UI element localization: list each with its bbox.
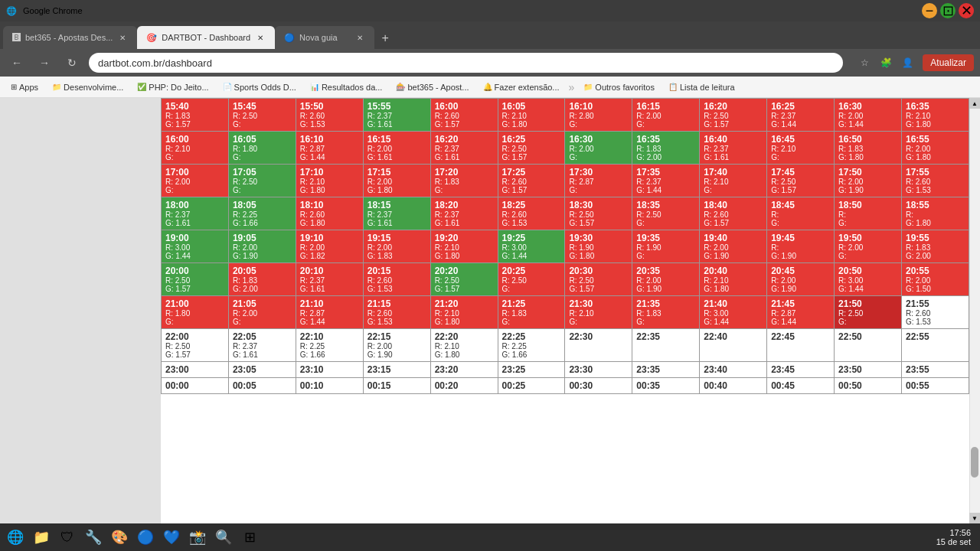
table-cell[interactable]: 22:55 <box>901 329 969 362</box>
table-cell[interactable]: 16:15R: 2.00G: 1.61 <box>363 132 430 165</box>
table-cell[interactable]: 23:10 <box>296 362 363 378</box>
table-cell[interactable]: 16:10R: 2.87G: 1.44 <box>296 132 363 165</box>
scrollbar-thumb[interactable] <box>971 447 978 478</box>
forward-button[interactable]: → <box>34 52 55 73</box>
table-cell[interactable]: 20:30R: 2.50G: 1.57 <box>565 263 632 296</box>
table-cell[interactable]: 18:35R: 2.50G: <box>632 197 700 230</box>
table-cell[interactable]: 16:30R: 2.00G: <box>565 132 632 165</box>
table-cell[interactable]: 17:15R: 2.00G: 1.80 <box>363 165 430 197</box>
table-cell[interactable]: 16:10R: 2.80G: <box>565 99 632 132</box>
table-cell[interactable]: 21:40R: 3.00G: 1.44 <box>700 296 767 329</box>
table-cell[interactable]: 19:20R: 2.10G: 1.80 <box>430 230 498 263</box>
table-cell[interactable]: 22:40 <box>700 329 767 362</box>
table-cell[interactable]: 19:35R: 1.90G: <box>632 230 700 263</box>
table-cell[interactable]: 17:25R: 2.60G: 1.57 <box>498 165 565 197</box>
tab-close-btn[interactable]: ✕ <box>117 32 128 43</box>
table-cell[interactable]: 20:40R: 2.10G: 1.80 <box>700 263 767 296</box>
table-cell[interactable]: 16:00R: 2.60G: 1.57 <box>430 99 498 132</box>
taskbar-shield[interactable]: 🛡 <box>55 525 80 549</box>
table-cell[interactable]: 19:45R: G: 1.90 <box>767 230 835 263</box>
table-cell[interactable]: 18:15R: 2.37G: 1.61 <box>363 197 430 230</box>
back-button[interactable]: ← <box>6 52 28 73</box>
table-cell[interactable]: 17:55R: 2.60G: 1.53 <box>901 165 969 197</box>
table-cell[interactable]: 21:20R: 2.10G: 1.80 <box>430 296 498 329</box>
reload-button[interactable]: ↻ <box>61 52 83 73</box>
table-cell[interactable]: 19:25R: 3.00G: 1.44 <box>498 230 565 263</box>
schedule-table-area[interactable]: 15:40R: 1.83G: 1.5715:45R: 2.50G: 15:50R… <box>161 98 969 523</box>
table-cell[interactable]: 18:50R: G: <box>835 197 902 230</box>
table-cell[interactable]: 23:40 <box>700 362 767 378</box>
table-cell[interactable]: 16:15R: 2.00G: <box>632 99 700 132</box>
table-cell[interactable]: 20:35R: 2.00G: 1.90 <box>632 263 700 296</box>
table-cell[interactable]: 20:10R: 2.37G: 1.61 <box>296 263 363 296</box>
table-cell[interactable]: 22:20R: 2.10G: 1.80 <box>430 329 498 362</box>
table-cell[interactable]: 17:30R: 2.87G: <box>565 165 632 197</box>
table-cell[interactable]: 17:05R: 2.50G: <box>228 165 296 197</box>
table-cell[interactable]: 20:05R: 1.83G: 2.00 <box>228 263 296 296</box>
scroll-down-button[interactable]: ▼ <box>969 513 980 523</box>
table-cell[interactable]: 21:05R: 2.00G: <box>228 296 296 329</box>
new-tab-button[interactable]: + <box>374 28 396 49</box>
table-cell[interactable]: 18:10R: 2.60G: 1.80 <box>296 197 363 230</box>
table-cell[interactable]: 00:45 <box>767 378 835 394</box>
tab-dartbot[interactable]: 🎯 DARTBOT - Dashboard ✕ <box>137 26 275 49</box>
table-cell[interactable]: 00:55 <box>901 378 969 394</box>
table-cell[interactable]: 18:00R: 2.37G: 1.61 <box>162 197 229 230</box>
table-cell[interactable]: 23:00 <box>162 362 229 378</box>
table-cell[interactable]: 23:45 <box>767 362 835 378</box>
table-cell[interactable]: 18:30R: 2.50G: 1.57 <box>565 197 632 230</box>
taskbar-chrome[interactable]: 🌐 <box>3 525 28 549</box>
table-cell[interactable]: 19:10R: 2.00G: 1.82 <box>296 230 363 263</box>
table-cell[interactable]: 17:40R: 2.10G: <box>700 165 767 197</box>
bookmark-results[interactable]: 📊 Resultados da... <box>305 81 387 93</box>
table-cell[interactable]: 00:05 <box>228 378 296 394</box>
bookmark-icon[interactable]: ☆ <box>855 54 874 72</box>
table-cell[interactable]: 22:30 <box>565 329 632 362</box>
table-cell[interactable]: 19:30R: 1.90G: 1.80 <box>565 230 632 263</box>
url-bar[interactable]: dartbot.com.br/dashboard <box>89 53 843 73</box>
table-cell[interactable]: 20:15R: 2.60G: 1.53 <box>363 263 430 296</box>
table-cell[interactable]: 19:05R: 2.00G: 1.90 <box>228 230 296 263</box>
taskbar-blue1[interactable]: 🔵 <box>133 525 158 549</box>
taskbar-paint[interactable]: 🎨 <box>107 525 132 549</box>
table-cell[interactable]: 19:50R: 2.00G: <box>835 230 902 263</box>
table-cell[interactable]: 21:00R: 1.80G: <box>162 296 229 329</box>
table-cell[interactable]: 22:50 <box>835 329 902 362</box>
table-cell[interactable]: 00:35 <box>632 378 700 394</box>
table-cell[interactable]: 23:05 <box>228 362 296 378</box>
table-cell[interactable]: 00:10 <box>296 378 363 394</box>
table-cell[interactable]: 15:55R: 2.37G: 1.61 <box>363 99 430 132</box>
table-cell[interactable]: 23:50 <box>835 362 902 378</box>
bookmark-lista[interactable]: 📋 Lista de leitura <box>664 81 740 93</box>
table-cell[interactable]: 23:30 <box>565 362 632 378</box>
table-cell[interactable]: 23:15 <box>363 362 430 378</box>
table-cell[interactable]: 21:30R: 2.10G: <box>565 296 632 329</box>
table-cell[interactable]: 00:50 <box>835 378 902 394</box>
table-cell[interactable]: 22:25R: 2.25G: 1.66 <box>498 329 565 362</box>
taskbar-search[interactable]: 🔍 <box>211 525 236 549</box>
table-cell[interactable]: 18:45R: G: <box>767 197 835 230</box>
table-cell[interactable]: 23:55 <box>901 362 969 378</box>
table-cell[interactable]: 20:55R: 2.00G: 1.50 <box>901 263 969 296</box>
table-cell[interactable]: 19:00R: 3.00G: 1.44 <box>162 230 229 263</box>
table-cell[interactable]: 00:00 <box>162 378 229 394</box>
table-cell[interactable]: 21:45R: 2.87G: 1.44 <box>767 296 835 329</box>
table-cell[interactable]: 19:40R: 2.00G: 1.90 <box>700 230 767 263</box>
table-cell[interactable]: 20:20R: 2.50G: 1.57 <box>430 263 498 296</box>
table-cell[interactable]: 20:00R: 2.50G: 1.57 <box>162 263 229 296</box>
table-cell[interactable]: 20:50R: 3.00G: 1.44 <box>835 263 902 296</box>
bookmark-bet365[interactable]: 🎰 bet365 - Apost... <box>391 81 473 93</box>
table-cell[interactable]: 17:20R: 1.83G: <box>430 165 498 197</box>
table-cell[interactable]: 17:10R: 2.10G: 1.80 <box>296 165 363 197</box>
taskbar-grid[interactable]: ⊞ <box>237 525 262 549</box>
table-cell[interactable]: 00:20 <box>430 378 498 394</box>
table-cell[interactable]: 22:35 <box>632 329 700 362</box>
tab-nova-guia[interactable]: 🔵 Nova guia ✕ <box>275 26 374 49</box>
bookmark-extension[interactable]: 🔔 Fazer extensão... <box>479 81 564 93</box>
table-cell[interactable]: 17:50R: 2.00G: 1.90 <box>835 165 902 197</box>
bookmark-dev[interactable]: 📁 Desenvolvime... <box>47 81 128 93</box>
table-cell[interactable]: 16:35R: 2.10G: 1.80 <box>901 99 969 132</box>
table-cell[interactable]: 16:55R: 2.00G: 1.80 <box>901 132 969 165</box>
table-cell[interactable]: 00:30 <box>565 378 632 394</box>
table-cell[interactable]: 22:00R: 2.50G: 1.57 <box>162 329 229 362</box>
